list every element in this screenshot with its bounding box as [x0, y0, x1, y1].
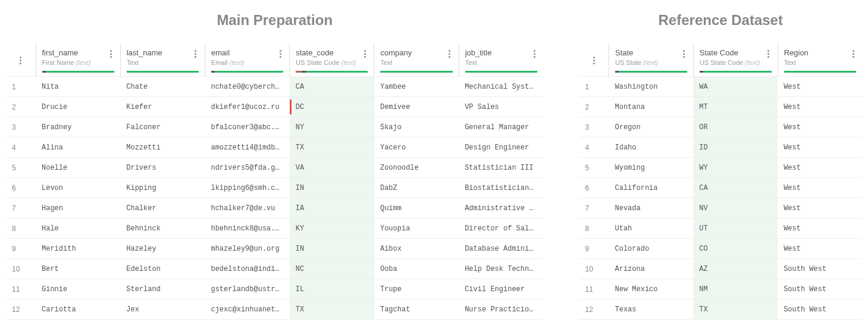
cell[interactable]: Arizona — [609, 259, 693, 279]
cell[interactable]: Chate — [120, 77, 205, 97]
cell[interactable]: DabZ — [374, 178, 459, 198]
cell[interactable]: Wyoming — [609, 158, 693, 178]
more-vertical-icon[interactable] — [192, 49, 200, 58]
cell[interactable]: Youopia — [374, 218, 459, 239]
cell[interactable]: Administrative Off… — [459, 198, 543, 218]
cell[interactable]: hbehninck8@usa.gov — [205, 218, 289, 239]
cell[interactable]: West — [778, 178, 862, 198]
cell[interactable]: West — [778, 158, 862, 178]
cell[interactable]: Director of Sales — [459, 218, 543, 239]
cell[interactable]: South West — [778, 299, 862, 320]
cell[interactable]: West — [778, 239, 862, 259]
cell[interactable]: West — [778, 117, 862, 138]
cell[interactable]: amozzetti4@imdb.com — [205, 138, 289, 158]
cell[interactable]: ID — [693, 138, 778, 158]
cell[interactable]: Chalker — [120, 198, 205, 218]
cell[interactable]: Colorado — [609, 239, 693, 259]
cell[interactable]: nchate0@cyberchimp… — [205, 77, 289, 97]
table-row[interactable]: 1WashingtonWAWest — [579, 77, 862, 97]
cell[interactable]: DC — [290, 97, 374, 117]
cell[interactable]: Zoonoodle — [374, 158, 459, 178]
more-vertical-icon[interactable] — [764, 49, 773, 58]
cell[interactable]: Nevada — [609, 198, 693, 218]
cell[interactable]: bedelstona@indiego… — [205, 259, 289, 279]
cell[interactable]: Kipping — [120, 178, 205, 198]
table-row[interactable]: 7HagenChalkerhchalker7@de.vuIAQuimmAdmin… — [6, 198, 543, 218]
cell[interactable]: TX — [693, 299, 778, 320]
cell[interactable]: New Mexico — [609, 279, 693, 299]
table-row[interactable]: 8HaleBehninckhbehninck8@usa.govKYYouopia… — [6, 218, 543, 239]
more-vertical-icon[interactable] — [107, 49, 115, 58]
cell[interactable]: Bradney — [36, 117, 120, 138]
cell[interactable]: Yacero — [374, 138, 459, 158]
cell[interactable]: Skajo — [374, 117, 459, 138]
cell[interactable]: Sterland — [120, 279, 205, 299]
table-row[interactable]: 3BradneyFalconerbfalconer3@abc.net…NYSka… — [6, 117, 543, 138]
cell[interactable]: hchalker7@de.vu — [205, 198, 289, 218]
table-row[interactable]: 8UtahUTWest — [579, 218, 862, 239]
table-row[interactable]: 3OregonORWest — [579, 117, 862, 138]
cell[interactable]: Oregon — [609, 117, 693, 138]
table-row[interactable]: 10ArizonaAZSouth West — [579, 259, 862, 279]
cell[interactable]: Drucie — [36, 97, 120, 117]
cell[interactable]: Drivers — [120, 158, 205, 178]
cell[interactable]: Kiefer — [120, 97, 205, 117]
cell[interactable]: Noelle — [36, 158, 120, 178]
cell[interactable]: NY — [290, 117, 374, 138]
table-row[interactable]: 2DrucieKieferdkiefer1@ucoz.ruDCDemiveeVP… — [6, 97, 543, 117]
table-row[interactable]: 1NitaChatenchate0@cyberchimp…CAYambeeMec… — [6, 77, 543, 97]
cell[interactable]: lkipping6@smh.com.… — [205, 178, 289, 198]
cell[interactable]: IL — [290, 279, 374, 299]
more-vertical-icon[interactable] — [276, 49, 284, 58]
cell[interactable]: Trupe — [374, 279, 459, 299]
cell[interactable]: Hale — [36, 218, 120, 239]
more-vertical-icon[interactable] — [590, 57, 598, 65]
cell[interactable]: California — [609, 178, 693, 198]
cell[interactable]: bfalconer3@abc.net… — [205, 117, 289, 138]
cell[interactable]: Cariotta — [36, 299, 120, 320]
column-header[interactable]: companyText — [374, 43, 459, 77]
cell[interactable]: AZ — [693, 259, 778, 279]
table-row[interactable]: 10BertEdelstonbedelstona@indiego…NCOobaH… — [6, 259, 543, 279]
cell[interactable]: VA — [290, 158, 374, 178]
cell[interactable]: West — [778, 198, 862, 218]
cell[interactable]: CA — [290, 77, 374, 97]
cell[interactable]: OR — [693, 117, 778, 138]
cell[interactable]: Montana — [609, 97, 693, 117]
table-row[interactable]: 5NoelleDriversndrivers5@fda.govVAZoonood… — [6, 158, 543, 178]
cell[interactable]: Jex — [120, 299, 205, 320]
cell[interactable]: Biostatistician III — [459, 178, 543, 198]
more-vertical-icon[interactable] — [680, 49, 688, 58]
more-vertical-icon[interactable] — [446, 49, 454, 58]
more-vertical-icon[interactable] — [849, 49, 857, 58]
cell[interactable]: Aibox — [374, 239, 459, 259]
cell[interactable]: Hagen — [36, 198, 120, 218]
cell[interactable]: cjexc@xinhuanet.com — [205, 299, 289, 320]
cell[interactable]: IA — [290, 198, 374, 218]
cell[interactable]: IN — [290, 239, 374, 259]
more-vertical-icon[interactable] — [530, 49, 538, 58]
cell[interactable]: West — [778, 138, 862, 158]
cell[interactable]: MT — [693, 97, 778, 117]
cell[interactable]: Texas — [609, 299, 693, 320]
cell[interactable]: Mozzetti — [120, 138, 205, 158]
cell[interactable]: South West — [778, 279, 862, 299]
cell[interactable]: Statistician III — [459, 158, 543, 178]
cell[interactable]: VP Sales — [459, 97, 543, 117]
cell[interactable]: Database Administr… — [459, 239, 543, 259]
cell[interactable]: Falconer — [120, 117, 205, 138]
cell[interactable]: West — [778, 97, 862, 117]
cell[interactable]: Yambee — [374, 77, 459, 97]
table-row[interactable]: 4IdahoIDWest — [579, 138, 862, 158]
cell[interactable]: Bert — [36, 259, 120, 279]
cell[interactable]: TX — [290, 138, 374, 158]
cell[interactable]: West — [778, 77, 862, 97]
table-row[interactable]: 11New MexicoNMSouth West — [579, 279, 862, 299]
cell[interactable]: mhazeley9@un.org — [205, 239, 289, 259]
more-vertical-icon[interactable] — [361, 49, 369, 58]
cell[interactable]: NV — [693, 198, 778, 218]
cell[interactable]: Quimm — [374, 198, 459, 218]
table-row[interactable]: 7NevadaNVWest — [579, 198, 862, 218]
cell[interactable]: West — [778, 218, 862, 239]
cell[interactable]: Edelston — [120, 259, 205, 279]
